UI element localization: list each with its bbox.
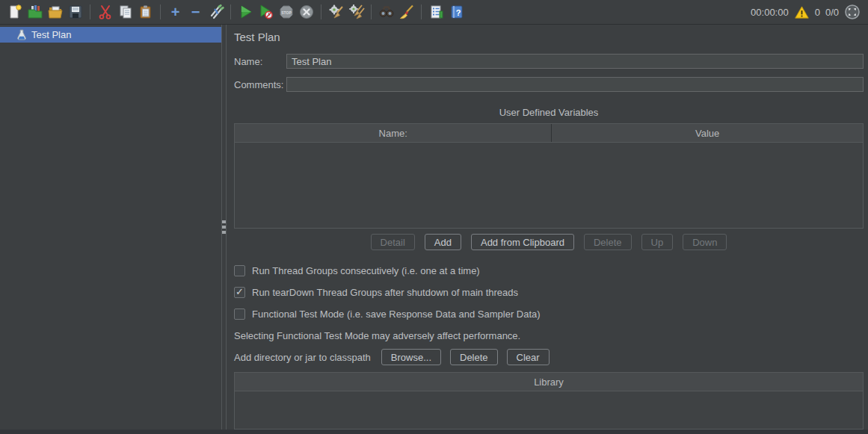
clear-all-button[interactable]	[346, 2, 366, 22]
splitter-grip-dot	[222, 231, 226, 234]
checkmark: ✓	[236, 286, 244, 297]
toolbar-separator	[321, 4, 321, 19]
paste-button[interactable]	[135, 2, 156, 22]
comments-row: Comments:	[234, 77, 864, 92]
test-plan-panel: Test Plan Name: Comments: User Defined V…	[227, 25, 868, 430]
reset-search-icon	[398, 4, 415, 20]
cut-button[interactable]	[95, 2, 115, 22]
splitter-grip-dot	[222, 220, 226, 223]
classpath-clear-button[interactable]: Clear	[507, 349, 550, 365]
udv-table: Name: Value	[234, 123, 864, 229]
new-file-button[interactable]	[4, 2, 25, 22]
open-file-button[interactable]	[45, 2, 65, 22]
delete-button[interactable]: Delete	[584, 234, 632, 250]
tree-main-splitter[interactable]	[221, 25, 227, 430]
open-file-icon	[47, 4, 64, 20]
templates-button[interactable]	[25, 2, 45, 22]
clear-button[interactable]	[326, 2, 346, 22]
run-teardown-checkbox[interactable]: ✓	[234, 287, 245, 298]
search-button[interactable]	[376, 2, 396, 22]
log-errors-button[interactable]	[794, 4, 810, 20]
start-icon	[238, 4, 254, 20]
warning-count: 0	[815, 7, 820, 18]
threads-indicator-icon	[844, 4, 861, 20]
splitter-grip-dot	[222, 226, 226, 229]
detail-button[interactable]: Detail	[371, 234, 415, 250]
udv-table-body[interactable]	[235, 143, 863, 228]
classpath-row: Add directory or jar to classpath Browse…	[234, 349, 864, 365]
up-button[interactable]: Up	[641, 234, 674, 250]
cut-icon	[97, 4, 114, 20]
option-functional-mode[interactable]: ✓ Functional Test Mode (i.e. save Respon…	[234, 309, 864, 320]
functional-mode-note: Selecting Functional Test Mode may adver…	[234, 330, 864, 341]
option-run-teardown[interactable]: ✓ Run tearDown Thread Groups after shutd…	[234, 287, 864, 298]
functional-mode-checkbox[interactable]: ✓	[234, 309, 245, 320]
help-icon: ?	[449, 4, 465, 20]
shutdown-icon	[298, 4, 315, 20]
paste-icon	[138, 4, 154, 20]
start-button[interactable]	[236, 2, 256, 22]
toggle-button[interactable]	[206, 2, 226, 22]
toolbar-separator	[160, 4, 161, 19]
toolbar: + − STOP ? 00:00:00 0 0/0	[0, 0, 868, 25]
tree-node-label: Test Plan	[31, 29, 71, 40]
add-from-clipboard-button[interactable]: Add from Clipboard	[471, 234, 574, 250]
option-label: Run tearDown Thread Groups after shutdow…	[252, 287, 518, 298]
toolbar-separator	[371, 4, 372, 19]
save-icon	[67, 4, 84, 20]
copy-icon	[117, 4, 134, 20]
function-helper-button[interactable]	[426, 2, 446, 22]
start-no-pauses-icon	[258, 4, 274, 20]
elapsed-timer: 00:00:00	[751, 7, 789, 18]
shutdown-button[interactable]	[296, 2, 316, 22]
help-button[interactable]: ?	[446, 2, 467, 22]
clear-all-icon	[348, 4, 365, 20]
test-plan-tree: Test Plan	[0, 25, 221, 430]
new-file-icon	[7, 4, 23, 20]
classpath-label: Add directory or jar to classpath	[234, 352, 371, 363]
start-no-pauses-button[interactable]	[256, 2, 276, 22]
udv-column-name[interactable]: Name:	[235, 124, 551, 142]
name-input[interactable]	[286, 54, 864, 69]
library-column-header[interactable]: Library	[235, 373, 863, 391]
templates-icon	[27, 4, 43, 20]
option-label: Run Thread Groups consecutively (i.e. on…	[252, 265, 480, 276]
udv-button-row: Detail Add Add from Clipboard Delete Up …	[234, 234, 864, 250]
toolbar-status: 00:00:00 0 0/0	[751, 4, 861, 20]
name-row: Name:	[234, 54, 864, 69]
minus-icon: −	[191, 4, 200, 19]
comments-input[interactable]	[286, 77, 864, 92]
run-options: ✓ Run Thread Groups consecutively (i.e. …	[234, 265, 864, 330]
warning-icon	[794, 4, 810, 20]
add-element-button[interactable]: +	[165, 2, 185, 22]
toggle-icon	[208, 4, 224, 20]
udv-column-value[interactable]: Value	[551, 124, 863, 142]
window-bottom-edge	[0, 430, 868, 434]
name-label: Name:	[234, 56, 286, 67]
comments-label: Comments:	[234, 79, 286, 90]
add-button[interactable]: Add	[425, 234, 461, 250]
tree-node-test-plan[interactable]: Test Plan	[0, 27, 221, 43]
udv-table-header: Name: Value	[235, 124, 863, 143]
svg-text:STOP: STOP	[281, 10, 292, 15]
save-button[interactable]	[65, 2, 85, 22]
library-table-body[interactable]	[235, 391, 863, 429]
page-title: Test Plan	[234, 31, 864, 43]
browse-button[interactable]: Browse...	[381, 349, 441, 365]
run-consecutively-checkbox[interactable]: ✓	[234, 265, 245, 276]
toolbar-separator	[90, 4, 90, 19]
toolbar-separator	[230, 4, 231, 19]
stop-button[interactable]: STOP	[276, 2, 296, 22]
udv-title: User Defined Variables	[234, 107, 864, 118]
option-run-consecutively[interactable]: ✓ Run Thread Groups consecutively (i.e. …	[234, 265, 864, 276]
down-button[interactable]: Down	[683, 234, 727, 250]
reset-search-button[interactable]	[396, 2, 416, 22]
library-table: Library	[234, 372, 864, 430]
option-label: Functional Test Mode (i.e. save Response…	[252, 309, 541, 320]
toolbar-separator	[421, 4, 422, 19]
classpath-delete-button[interactable]: Delete	[450, 349, 498, 365]
remove-element-button[interactable]: −	[185, 2, 206, 22]
copy-button[interactable]	[115, 2, 135, 22]
stop-icon: STOP	[278, 4, 295, 20]
library-table-header: Library	[235, 373, 863, 391]
